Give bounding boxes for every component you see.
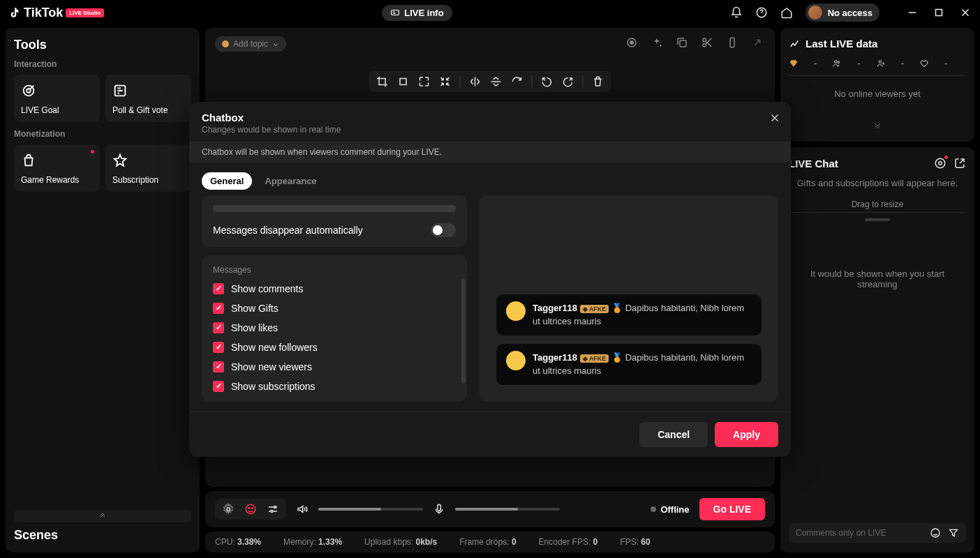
- checkmark-icon: ✓: [213, 303, 224, 314]
- scrollbar-thumb[interactable]: [461, 279, 466, 384]
- chatbox-modal: Chatbox Changes would be shown in real t…: [189, 102, 791, 457]
- level-badge: ◆ AFKE: [580, 305, 609, 313]
- avatar: [506, 301, 526, 321]
- medal-icon: 🏅: [611, 303, 623, 313]
- apply-button[interactable]: Apply: [715, 422, 778, 447]
- check-show-gifts[interactable]: ✓Show Gifts: [213, 303, 456, 314]
- close-icon[interactable]: [769, 112, 781, 124]
- modal-subtitle: Changes would be shown in real time: [202, 125, 778, 135]
- messages-label: Messages: [213, 265, 456, 275]
- checkmark-icon: ✓: [213, 381, 224, 392]
- partial-slider[interactable]: [213, 205, 456, 212]
- checkmark-icon: ✓: [213, 322, 224, 333]
- modal-title: Chatbox: [202, 112, 778, 123]
- preview-message: Tagger118 ◆ AFKE 🏅 Dapibus habitanti, Ni…: [496, 294, 762, 335]
- preview-message: Tagger118 ◆ AFKE 🏅 Dapibus habitanti, Ni…: [496, 344, 762, 385]
- modal-tabs: General Appearance: [189, 163, 791, 195]
- disappear-label: Messages disappear automatically: [213, 225, 363, 236]
- modal-info-strip: Chatbox will be shown when viewers comme…: [189, 142, 791, 163]
- check-show-new-followers[interactable]: ✓Show new followers: [213, 342, 456, 353]
- chatbox-preview: Tagger118 ◆ AFKE 🏅 Dapibus habitanti, Ni…: [480, 195, 778, 402]
- preview-username: Tagger118: [533, 352, 577, 363]
- cancel-button[interactable]: Cancel: [639, 422, 708, 447]
- check-show-likes[interactable]: ✓Show likes: [213, 322, 456, 333]
- check-show-new-viewers[interactable]: ✓Show new viewers: [213, 361, 456, 372]
- level-badge: ◆ AFKE: [580, 354, 609, 363]
- check-show-comments[interactable]: ✓Show comments: [213, 283, 456, 294]
- preview-username: Tagger118: [533, 303, 577, 313]
- avatar: [506, 351, 526, 370]
- checkmark-icon: ✓: [213, 342, 224, 353]
- checkmark-icon: ✓: [213, 361, 224, 372]
- medal-icon: 🏅: [611, 352, 623, 363]
- tab-appearance[interactable]: Appearance: [256, 172, 325, 190]
- disappear-toggle[interactable]: [431, 223, 456, 237]
- tab-general[interactable]: General: [202, 172, 252, 190]
- checkmark-icon: ✓: [213, 283, 224, 294]
- modal-overlay: Chatbox Changes would be shown in real t…: [0, 0, 980, 558]
- check-show-subscriptions[interactable]: ✓Show subscriptions: [213, 381, 456, 392]
